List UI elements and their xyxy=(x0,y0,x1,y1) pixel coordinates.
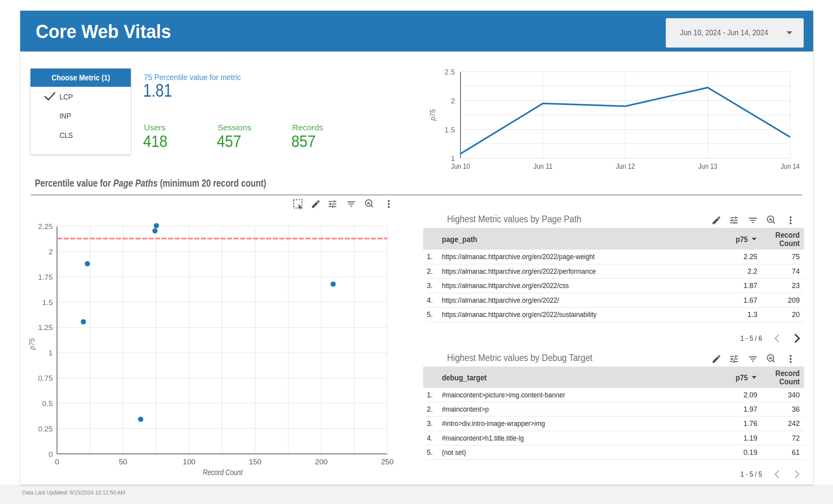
svg-text:p75: p75 xyxy=(429,109,437,121)
svg-text:0.75: 0.75 xyxy=(38,374,53,382)
svg-text:Jun 13: Jun 13 xyxy=(698,162,717,170)
svg-text:p75: p75 xyxy=(28,338,36,350)
svg-text:Jun 10: Jun 10 xyxy=(451,162,470,170)
svg-text:2: 2 xyxy=(48,248,53,256)
svg-text:1.75: 1.75 xyxy=(38,273,53,281)
svg-text:200: 200 xyxy=(315,458,328,466)
svg-text:Jun 14: Jun 14 xyxy=(781,162,800,170)
svg-text:Jun 12: Jun 12 xyxy=(616,162,635,170)
svg-text:Record Count: Record Count xyxy=(203,468,243,477)
svg-text:1.25: 1.25 xyxy=(38,323,53,332)
svg-text:Jun 11: Jun 11 xyxy=(533,162,552,170)
svg-text:1.5: 1.5 xyxy=(42,298,53,307)
svg-text:0.5: 0.5 xyxy=(42,399,53,408)
svg-text:2: 2 xyxy=(451,97,455,105)
svg-text:1: 1 xyxy=(451,154,455,162)
svg-text:2.5: 2.5 xyxy=(445,68,455,76)
svg-text:100: 100 xyxy=(183,458,195,466)
svg-text:150: 150 xyxy=(249,458,262,466)
svg-text:0.25: 0.25 xyxy=(38,425,53,433)
svg-text:2.25: 2.25 xyxy=(38,222,53,231)
svg-text:1: 1 xyxy=(48,349,53,357)
svg-text:50: 50 xyxy=(119,458,127,466)
svg-text:1.5: 1.5 xyxy=(445,126,455,134)
svg-text:0: 0 xyxy=(55,458,59,466)
svg-text:250: 250 xyxy=(381,458,394,466)
svg-text:0: 0 xyxy=(48,450,53,458)
